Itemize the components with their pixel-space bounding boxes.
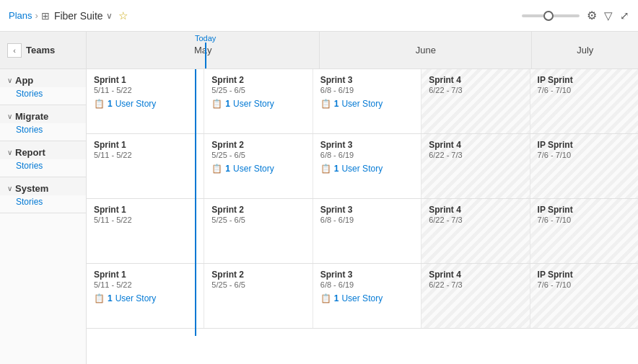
- zoom-slider[interactable]: [522, 14, 580, 17]
- calendar-header: Today May June July: [87, 32, 638, 69]
- team-header-migrate: ∨ Migrate: [0, 105, 86, 123]
- month-july: July: [532, 32, 638, 68]
- team-header-system: ∨ System: [0, 177, 86, 195]
- team-name-system: System: [15, 183, 48, 194]
- user-story-app-2[interactable]: 📋 1 User Story: [211, 99, 305, 109]
- chevron-icon-migrate[interactable]: ∨: [7, 112, 12, 120]
- slider-track: [522, 14, 580, 17]
- story-icon: 📋: [320, 164, 331, 174]
- team-name-migrate: Migrate: [15, 111, 48, 122]
- sprint-app-ip: IP Sprint 7/6 - 7/10: [530, 69, 638, 133]
- chevron-icon-app[interactable]: ∨: [7, 76, 12, 84]
- team-row-migrate: Sprint 1 5/11 - 5/22 Sprint 2 5/25 - 6/5…: [87, 134, 638, 199]
- team-header-app: ∨ App: [0, 69, 86, 87]
- sprint-system-3: Sprint 3 6/8 - 6/19 📋 1 User Story: [313, 264, 421, 328]
- sprint-system-4: Sprint 4 6/22 - 7/3: [421, 264, 530, 328]
- team-section-report: ∨ Report Stories: [0, 141, 86, 177]
- gear-icon[interactable]: ⚙: [587, 9, 597, 22]
- sprint-report-1: Sprint 1 5/11 - 5/22: [87, 199, 204, 263]
- month-may: May: [87, 32, 320, 68]
- sprint-app-1: Sprint 1 5/11 - 5/22 📋 1 User Story: [87, 69, 204, 133]
- slider-thumb[interactable]: [543, 11, 554, 21]
- story-icon: 📋: [211, 99, 222, 109]
- month-june: June: [320, 32, 532, 68]
- team-section-app: ∨ App Stories: [0, 69, 86, 105]
- month-july-label: July: [577, 45, 593, 56]
- team-stories-app[interactable]: Stories: [0, 87, 86, 105]
- chevron-icon-system[interactable]: ∨: [7, 185, 12, 192]
- sidebar: ‹ Teams ∨ App Stories ∨ Migrate Stories …: [0, 32, 87, 364]
- story-icon: 📋: [320, 293, 331, 303]
- board-icon: ⊞: [41, 10, 50, 22]
- team-section-migrate: ∨ Migrate Stories: [0, 105, 86, 141]
- calendar: Today May June July Sprint 1 5/11 - 5/22: [87, 32, 638, 364]
- story-icon: 📋: [94, 293, 105, 303]
- story-icon: 📋: [94, 99, 105, 109]
- sprint-report-ip: IP Sprint 7/6 - 7/10: [530, 199, 638, 263]
- team-stories-report[interactable]: Stories: [0, 159, 86, 177]
- user-story-app-3[interactable]: 📋 1 User Story: [320, 99, 414, 109]
- sprint-migrate-1: Sprint 1 5/11 - 5/22: [87, 134, 204, 198]
- sprint-migrate-ip: IP Sprint 7/6 - 7/10: [530, 134, 638, 198]
- sprint-report-3: Sprint 3 6/8 - 6/19: [313, 199, 421, 263]
- user-story-migrate-3[interactable]: 📋 1 User Story: [320, 164, 414, 174]
- sprint-app-4: Sprint 4 6/22 - 7/3: [421, 69, 530, 133]
- collapse-button[interactable]: ‹: [7, 43, 22, 58]
- chevron-down-icon[interactable]: ∨: [106, 11, 113, 21]
- breadcrumb-sep: ›: [35, 10, 38, 21]
- sprint-system-2: Sprint 2 5/25 - 6/5: [204, 264, 313, 328]
- sprint-migrate-2: Sprint 2 5/25 - 6/5 📋 1 User Story: [204, 134, 313, 198]
- teams-label: Teams: [26, 45, 55, 56]
- story-icon: 📋: [211, 164, 222, 174]
- plans-link[interactable]: Plans: [9, 10, 32, 21]
- filter-icon[interactable]: ▽: [604, 9, 613, 22]
- app-header: Plans › ⊞ Fiber Suite ∨ ☆ ⚙ ▽ ⤢: [0, 0, 638, 32]
- calendar-body: Sprint 1 5/11 - 5/22 📋 1 User Story Spri…: [87, 69, 638, 336]
- sprint-system-1: Sprint 1 5/11 - 5/22 📋 1 User Story: [87, 264, 204, 328]
- team-stories-system[interactable]: Stories: [0, 195, 86, 213]
- user-story-system-3[interactable]: 📋 1 User Story: [320, 293, 414, 303]
- cal-footer: [87, 329, 638, 336]
- month-june-label: June: [416, 45, 436, 56]
- user-story-migrate-2[interactable]: 📋 1 User Story: [211, 164, 305, 174]
- team-name-report: Report: [15, 147, 45, 158]
- sprint-app-3: Sprint 3 6/8 - 6/19 📋 1 User Story: [313, 69, 421, 133]
- header-right: ⚙ ▽ ⤢: [522, 9, 629, 22]
- sprint-migrate-4: Sprint 4 6/22 - 7/3: [421, 134, 530, 198]
- breadcrumb: Plans › ⊞ Fiber Suite ∨ ☆: [9, 9, 128, 22]
- team-stories-migrate[interactable]: Stories: [0, 123, 86, 141]
- team-row-system: Sprint 1 5/11 - 5/22 📋 1 User Story Spri…: [87, 264, 638, 329]
- suite-name: Fiber Suite: [54, 10, 103, 22]
- sprint-report-4: Sprint 4 6/22 - 7/3: [421, 199, 530, 263]
- chevron-icon-report[interactable]: ∨: [7, 148, 12, 156]
- star-icon[interactable]: ☆: [118, 9, 128, 22]
- sprint-report-2: Sprint 2 5/25 - 6/5: [204, 199, 313, 263]
- team-section-system: ∨ System Stories: [0, 177, 86, 213]
- team-row-report: Sprint 1 5/11 - 5/22 Sprint 2 5/25 - 6/5…: [87, 199, 638, 264]
- user-story-app-1[interactable]: 📋 1 User Story: [94, 99, 196, 109]
- main-layout: ‹ Teams ∨ App Stories ∨ Migrate Stories …: [0, 32, 638, 364]
- user-story-system-1[interactable]: 📋 1 User Story: [94, 293, 196, 303]
- team-header-report: ∨ Report: [0, 141, 86, 159]
- header-left: Plans › ⊞ Fiber Suite ∨ ☆: [9, 9, 128, 22]
- sprint-system-ip: IP Sprint 7/6 - 7/10: [530, 264, 638, 328]
- team-name-app: App: [15, 75, 33, 86]
- expand-icon[interactable]: ⤢: [620, 9, 629, 22]
- sprint-migrate-3: Sprint 3 6/8 - 6/19 📋 1 User Story: [313, 134, 421, 198]
- sidebar-header: ‹ Teams: [0, 32, 86, 69]
- story-icon: 📋: [320, 99, 331, 109]
- team-row-app: Sprint 1 5/11 - 5/22 📋 1 User Story Spri…: [87, 69, 638, 134]
- month-may-label: May: [194, 45, 212, 56]
- sprint-app-2: Sprint 2 5/25 - 6/5 📋 1 User Story: [204, 69, 313, 133]
